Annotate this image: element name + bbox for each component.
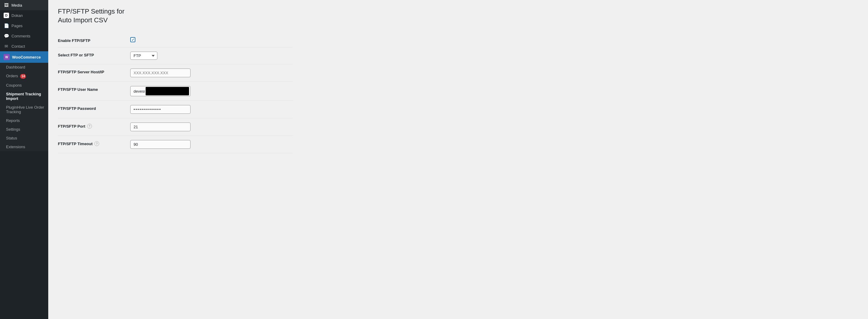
woocommerce-submenu: Dashboard Orders 14 Coupons Shipment Tra… <box>0 63 48 151</box>
port-label: FTP/SFTP Port ? <box>58 122 130 128</box>
settings-row-select-ftp: Select FTP or SFTP FTP SFTP <box>58 48 293 64</box>
pages-icon: 📄 <box>4 23 9 28</box>
username-prefix: devesi <box>130 87 145 95</box>
username-field-wrapper[interactable]: devesi <box>130 86 190 96</box>
sidebar-item-label: Comments <box>11 34 30 38</box>
timeout-input[interactable] <box>130 140 190 149</box>
enable-ftp-label: Enable FTP/SFTP <box>58 37 130 43</box>
orders-badge: 14 <box>20 74 26 79</box>
sidebar-item-label: Pages <box>11 24 23 28</box>
submenu-item-settings[interactable]: Settings <box>0 125 48 134</box>
enable-ftp-control <box>130 37 293 42</box>
settings-table: Enable FTP/SFTP Select FTP or SFTP FTP S… <box>58 33 293 153</box>
submenu-item-shipment-tracking[interactable]: Shipment Tracking Import <box>0 90 48 103</box>
media-icon: 🖼 <box>4 2 9 8</box>
submenu-item-orders[interactable]: Orders 14 <box>0 71 48 81</box>
settings-row-username: FTP/SFTP User Name devesi <box>58 82 293 101</box>
settings-row-password: FTP/SFTP Password <box>58 101 293 118</box>
timeout-control <box>130 140 293 149</box>
password-input[interactable] <box>130 105 190 114</box>
sidebar-item-label: Contact <box>11 44 25 49</box>
username-control: devesi <box>130 86 293 96</box>
submenu-item-status[interactable]: Status <box>0 134 48 142</box>
sidebar-item-dokan[interactable]: D Dokan <box>0 10 48 21</box>
sidebar-item-woocommerce[interactable]: W WooCommerce <box>0 51 48 63</box>
sidebar: 🖼 Media D Dokan 📄 Pages 💬 Comments ✉ Con… <box>0 0 48 319</box>
username-label: FTP/SFTP User Name <box>58 86 130 92</box>
password-control <box>130 105 293 114</box>
page-title: FTP/SFTP Settings for Auto Import CSV <box>58 7 858 24</box>
port-input[interactable] <box>130 122 190 131</box>
contact-icon: ✉ <box>4 44 9 49</box>
submenu-item-pluginhive[interactable]: PluginHive Live Order Tracking <box>0 103 48 116</box>
sidebar-item-pages[interactable]: 📄 Pages <box>0 21 48 31</box>
select-ftp-label: Select FTP or SFTP <box>58 52 130 57</box>
submenu-item-reports[interactable]: Reports <box>0 116 48 125</box>
sidebar-item-comments[interactable]: 💬 Comments <box>0 31 48 41</box>
sidebar-woocommerce-label: WooCommerce <box>12 55 41 59</box>
woocommerce-icon: W <box>4 54 10 60</box>
main-content: FTP/SFTP Settings for Auto Import CSV En… <box>48 0 868 319</box>
submenu-item-dashboard[interactable]: Dashboard <box>0 63 48 71</box>
host-label: FTP/SFTP Server Host/IP <box>58 68 130 74</box>
sidebar-item-media[interactable]: 🖼 Media <box>0 0 48 10</box>
submenu-item-extensions[interactable]: Extensions <box>0 142 48 151</box>
timeout-label: FTP/SFTP Timeout ? <box>58 140 130 146</box>
submenu-item-coupons[interactable]: Coupons <box>0 81 48 90</box>
sidebar-item-contact[interactable]: ✉ Contact <box>0 41 48 51</box>
dokan-icon: D <box>4 13 9 18</box>
timeout-help-icon[interactable]: ? <box>94 141 99 146</box>
comments-icon: 💬 <box>4 33 9 39</box>
select-ftp-control: FTP SFTP <box>130 52 293 60</box>
ftp-type-select[interactable]: FTP SFTP <box>130 52 157 60</box>
username-redacted <box>146 87 189 95</box>
port-control <box>130 122 293 131</box>
sidebar-item-label: Dokan <box>11 13 23 18</box>
sidebar-item-label: Media <box>11 3 22 7</box>
enable-ftp-checkbox[interactable] <box>130 37 135 42</box>
host-input[interactable] <box>130 68 190 77</box>
port-help-icon[interactable]: ? <box>87 124 92 128</box>
settings-row-host: FTP/SFTP Server Host/IP <box>58 64 293 82</box>
settings-row-port: FTP/SFTP Port ? <box>58 118 293 136</box>
settings-row-enable-ftp: Enable FTP/SFTP <box>58 33 293 48</box>
settings-row-timeout: FTP/SFTP Timeout ? <box>58 136 293 153</box>
host-control <box>130 68 293 77</box>
password-label: FTP/SFTP Password <box>58 105 130 111</box>
